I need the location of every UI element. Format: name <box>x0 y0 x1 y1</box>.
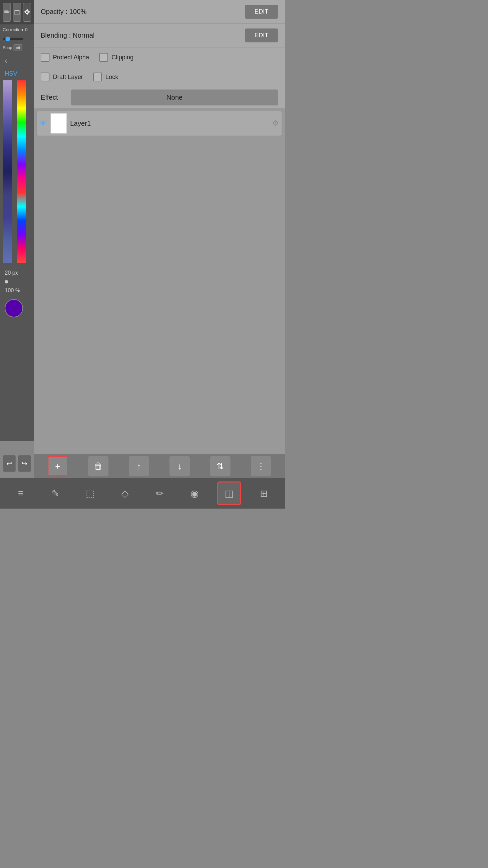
undo-redo-row: ↩ ↪ <box>0 452 34 475</box>
undo-button[interactable]: ↩ <box>3 455 16 472</box>
nav-select-button[interactable]: ⬚ <box>78 481 102 505</box>
correction-label: Correction <box>3 27 23 32</box>
size-dot-area <box>0 278 34 285</box>
draft-layer-label: Draft Layer <box>53 74 83 81</box>
clipping-label: Clipping <box>111 54 134 61</box>
color-swatch[interactable] <box>5 299 23 317</box>
effect-value-button[interactable]: None <box>71 90 278 105</box>
checkboxes-row-2: Draft Layer Lock <box>34 67 285 87</box>
layer-visibility-icon[interactable]: 👁 <box>40 119 47 128</box>
nav-settings-button[interactable]: ⊞ <box>252 481 276 505</box>
pen-icon: ✏ <box>156 488 164 499</box>
brush-size-label: 20 px <box>0 268 34 278</box>
palette-icon: ◉ <box>190 488 199 499</box>
nav-layers-button[interactable]: ◫ <box>217 481 241 505</box>
snap-area: Snap off <box>0 43 34 53</box>
checkboxes-row-1: Protect Alpha Clipping <box>34 47 285 67</box>
eraser-icon: ◻ <box>14 8 20 17</box>
nav-shape-button[interactable]: ◇ <box>113 481 137 505</box>
back-button[interactable]: ‹ <box>0 53 34 69</box>
nav-menu-button[interactable]: ≡ <box>9 481 33 505</box>
layer-name-label: Layer1 <box>70 120 269 127</box>
lock-checkbox-box[interactable] <box>93 73 102 81</box>
snap-label: Snap <box>3 45 12 50</box>
shape-icon: ◇ <box>121 488 129 499</box>
correction-value: 0 <box>25 27 27 32</box>
slider-area <box>0 35 34 43</box>
menu-icon: ≡ <box>18 488 23 499</box>
left-strip-container <box>3 80 17 267</box>
correction-slider-track[interactable] <box>3 38 23 40</box>
select-icon: ⬚ <box>86 488 95 499</box>
delete-layer-button[interactable]: 🗑 <box>88 456 108 476</box>
blending-edit-button[interactable]: EDIT <box>245 28 278 42</box>
add-icon: + <box>55 461 60 472</box>
pencil-icon: ✏ <box>4 8 10 17</box>
nav-edit-button[interactable]: ✎ <box>44 481 67 505</box>
layer-settings-icon[interactable]: ⚙ <box>272 119 279 128</box>
main-panel: Opacity : 100% EDIT Blending : Normal ED… <box>34 0 285 509</box>
protect-alpha-label: Protect Alpha <box>53 54 89 61</box>
delete-icon: 🗑 <box>94 461 103 472</box>
add-layer-button[interactable]: + <box>47 456 68 476</box>
protect-alpha-checkbox-box[interactable] <box>41 53 49 62</box>
lock-label: Lock <box>105 74 118 81</box>
swap-icon: ⇅ <box>217 461 224 472</box>
blending-row: Blending : Normal EDIT <box>34 24 285 47</box>
move-layer-down-button[interactable]: ↓ <box>169 456 190 476</box>
table-row: 👁 Layer1 ⚙ <box>37 111 282 136</box>
left-sidebar: ✏ ◻ ✥ Correction 0 Snap off ‹ HSV 20 px <box>0 0 34 441</box>
opacity-label: 100 % <box>0 285 34 296</box>
edit-nav-icon: ✎ <box>52 488 59 499</box>
clipping-checkbox[interactable]: Clipping <box>99 53 134 62</box>
down-icon: ↓ <box>178 461 182 472</box>
clipping-checkbox-box[interactable] <box>99 53 108 62</box>
opacity-row-label: Opacity : 100% <box>41 8 87 16</box>
lock-checkbox[interactable]: Lock <box>93 73 118 81</box>
hue-strip-left[interactable] <box>3 80 12 263</box>
eraser-tool-button[interactable]: ◻ <box>13 3 21 22</box>
draft-layer-checkbox-box[interactable] <box>41 73 49 81</box>
more-icon: ⋮ <box>257 461 265 472</box>
blending-row-label: Blending : Normal <box>41 32 95 39</box>
layer-list: 👁 Layer1 ⚙ <box>34 108 285 140</box>
move-layer-up-button[interactable]: ↑ <box>129 456 149 476</box>
opacity-edit-button[interactable]: EDIT <box>245 5 278 19</box>
move-tool-button[interactable]: ✥ <box>23 3 31 22</box>
color-picker-strips[interactable] <box>3 80 31 267</box>
hsv-label[interactable]: HSV <box>0 69 34 79</box>
layer-thumbnail <box>50 113 67 134</box>
up-icon: ↑ <box>137 461 141 472</box>
layers-icon: ◫ <box>225 488 233 499</box>
effect-label: Effect <box>41 94 64 101</box>
draft-layer-checkbox[interactable]: Draft Layer <box>41 73 83 81</box>
pencil-tool-button[interactable]: ✏ <box>3 3 11 22</box>
nav-palette-button[interactable]: ◉ <box>183 481 206 505</box>
correction-slider-thumb[interactable] <box>5 37 10 41</box>
saturation-strip-right[interactable] <box>17 80 26 263</box>
more-options-button[interactable]: ⋮ <box>251 456 271 476</box>
effect-row: Effect None <box>34 87 285 108</box>
size-indicator-dot <box>5 280 8 283</box>
swap-layers-button[interactable]: ⇅ <box>210 456 230 476</box>
correction-area: Correction 0 <box>0 24 34 35</box>
right-strip-container <box>17 80 31 267</box>
opacity-row: Opacity : 100% EDIT <box>34 0 285 24</box>
snap-off-badge[interactable]: off <box>14 44 22 51</box>
panel-bottom-bar: + 🗑 ↑ ↓ ⇅ ⋮ <box>34 454 285 478</box>
nav-pen-button[interactable]: ✏ <box>148 481 171 505</box>
toolbar-top: ✏ ◻ ✥ <box>0 0 34 24</box>
redo-button[interactable]: ↪ <box>18 455 31 472</box>
move-icon: ✥ <box>24 8 30 17</box>
settings-icon: ⊞ <box>260 488 268 499</box>
protect-alpha-checkbox[interactable]: Protect Alpha <box>41 53 89 62</box>
app-bottom-nav: ≡ ✎ ⬚ ◇ ✏ ◉ ◫ ⊞ <box>0 478 285 509</box>
